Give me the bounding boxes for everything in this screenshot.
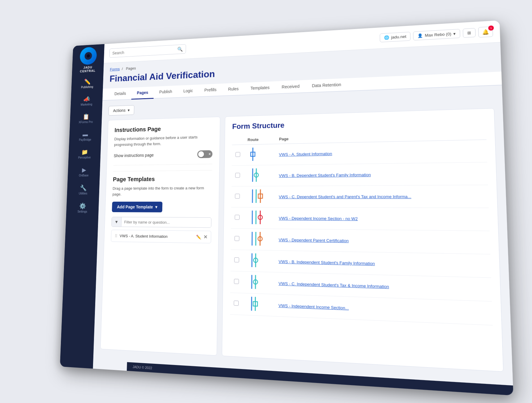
row-checkbox[interactable] <box>234 300 239 306</box>
template-delete-button[interactable]: ✕ <box>203 234 207 240</box>
right-panel: Form Structure Route Page VWS - A. Stu <box>222 108 503 372</box>
sidebar-label-publishing: Publishing <box>81 85 93 89</box>
instructions-title: Instructions Page <box>114 124 213 133</box>
templates-desc: Drag a page template into the form to cr… <box>112 185 212 197</box>
route-svg <box>246 275 271 289</box>
filter-input[interactable] <box>121 217 211 227</box>
route-svg <box>246 232 271 246</box>
sidebar-label-marketing: Marketing <box>80 103 92 106</box>
sidebar-item-publishing[interactable]: ✏️ Publishing <box>71 74 103 93</box>
tab-prefills[interactable]: Prefills <box>198 83 222 97</box>
route-cell <box>242 271 275 294</box>
template-item-name: VWS - A. Student Information <box>119 233 194 239</box>
instructions-desc: Display information or guidance before a… <box>114 134 212 147</box>
toggle-knob <box>198 151 204 157</box>
left-panel: Instructions Page Display information or… <box>100 116 220 355</box>
route-svg <box>247 210 271 224</box>
search-input[interactable] <box>112 47 175 55</box>
site-label: jadu.net <box>391 34 406 40</box>
route-cell <box>243 207 275 229</box>
route-svg <box>246 253 271 267</box>
sidebar-label-paybridge: PayBridge <box>79 138 91 141</box>
show-instructions-label: Show instructions page <box>113 153 154 158</box>
tab-data-retention[interactable]: Data Retention <box>305 78 347 93</box>
page-link[interactable]: VWS - Dependent Parent Certification <box>279 237 348 243</box>
page-cell: VWS - Dependent Income Section - no W2 <box>275 207 489 231</box>
form-structure-title: Form Structure <box>232 115 486 131</box>
route-cell <box>242 293 275 316</box>
show-instructions-toggle[interactable] <box>197 150 212 158</box>
panels: Instructions Page Display information or… <box>100 108 504 372</box>
sidebar-item-paybridge[interactable]: ▬ PayBridge <box>69 127 101 145</box>
search-icon: 🔍 <box>177 46 183 52</box>
show-instructions-row: Show instructions page <box>113 150 212 166</box>
tab-publish[interactable]: Publish <box>153 85 178 99</box>
tab-received[interactable]: Received <box>275 80 305 94</box>
sidebar-label-xforms: XForms Pro <box>79 120 93 124</box>
add-page-template-button[interactable]: Add Page Template ▾ <box>112 202 162 212</box>
route-svg <box>246 296 271 311</box>
settings-icon: ⚙️ <box>79 203 86 209</box>
site-selector[interactable]: 🌐 jadu.net <box>380 31 411 42</box>
filter-row[interactable]: ▼ <box>111 217 211 228</box>
row-checkbox[interactable] <box>235 152 240 157</box>
table-row: VWS - C. Dependent Student's and Parent'… <box>231 185 489 208</box>
table-header-route: Route <box>244 134 275 145</box>
logo-inner-circle <box>84 52 92 60</box>
tab-rules[interactable]: Rules <box>222 82 244 96</box>
page-cell: VWS - B. Dependent Student's Family Info… <box>275 162 488 186</box>
actions-label: Actions <box>113 108 126 113</box>
tab-logic[interactable]: Logic <box>177 84 198 98</box>
page-link[interactable]: VWS - B. Dependent Student's Family Info… <box>279 172 371 178</box>
row-checkbox[interactable] <box>234 257 239 262</box>
content-area: Forms / Pages Financial Aid Verification… <box>93 42 513 378</box>
route-cell <box>244 144 275 165</box>
row-checkbox[interactable] <box>235 194 240 199</box>
page-link[interactable]: VWS - C. Independent Student's Tax & Inc… <box>278 281 389 289</box>
search-box[interactable]: 🔍 <box>109 44 186 58</box>
sidebar-label-perceptive: Perceptive <box>78 156 91 159</box>
logo-dot <box>87 54 90 57</box>
user-menu[interactable]: 👤 Max Rebo (0) ▾ <box>413 29 460 40</box>
sidebar-item-settings[interactable]: ⚙️ Settings <box>66 199 99 217</box>
main-content: 🔍 🌐 jadu.net 👤 Max Rebo (0) ▾ ⊞ <box>93 20 513 395</box>
chevron-down-icon: ▾ <box>453 31 456 36</box>
breadcrumb-forms[interactable]: Forms <box>110 67 120 71</box>
paybridge-icon: ▬ <box>82 131 88 137</box>
sidebar-label-utilities: Utilities <box>79 192 87 195</box>
drag-handle-icon[interactable]: ⠿ <box>114 233 117 238</box>
route-svg <box>247 147 272 161</box>
tab-details[interactable]: Details <box>109 87 132 100</box>
row-checkbox[interactable] <box>235 173 240 178</box>
section-divider <box>113 170 212 171</box>
sidebar-item-onbase[interactable]: ▶ OnBase <box>67 163 100 181</box>
globe-icon: 🌐 <box>384 35 389 40</box>
filter-icon: ▼ <box>112 217 121 227</box>
browser-window: JADUCENTRAL ✏️ Publishing 📣 Marketing 📋 … <box>60 20 513 395</box>
actions-button[interactable]: Actions ▾ <box>108 105 134 115</box>
notifications-button[interactable]: 🔔 1 <box>478 26 493 37</box>
page-link[interactable]: VWS - Dependent Income Section - no W2 <box>279 216 357 221</box>
template-edit-button[interactable]: ✏️ <box>196 234 201 239</box>
route-svg <box>247 168 271 182</box>
sidebar-item-xforms[interactable]: 📋 XForms Pro <box>70 109 102 128</box>
marketing-icon: 📣 <box>83 96 90 102</box>
tab-pages[interactable]: Pages <box>131 86 154 99</box>
topbar-right: 🌐 jadu.net 👤 Max Rebo (0) ▾ ⊞ 🔔 1 <box>380 26 493 43</box>
page-link[interactable]: VWS - Independent Income Section... <box>278 303 349 310</box>
page-link[interactable]: VWS - C. Dependent Student's and Parent'… <box>279 194 411 199</box>
sidebar-item-perceptive[interactable]: 📁 Perceptive <box>68 145 100 163</box>
page-link[interactable]: VWS - A. Student Information <box>279 151 332 157</box>
sidebar-item-utilities[interactable]: 🔧 Utilities <box>67 181 100 199</box>
sidebar-item-marketing[interactable]: 📣 Marketing <box>70 92 103 111</box>
actions-chevron-icon: ▾ <box>127 108 130 112</box>
row-checkbox[interactable] <box>234 279 239 284</box>
row-checkbox[interactable] <box>234 236 239 241</box>
grid-menu-button[interactable]: ⊞ <box>462 28 475 38</box>
tab-templates[interactable]: Templates <box>244 81 275 95</box>
page-link[interactable]: VWS - B. Independent Student's Family In… <box>279 259 375 266</box>
row-checkbox[interactable] <box>235 215 240 220</box>
page-cell: VWS - C. Dependent Student's and Parent'… <box>275 185 488 208</box>
user-label: Max Rebo (0) <box>425 31 451 38</box>
route-cell <box>243 228 275 250</box>
